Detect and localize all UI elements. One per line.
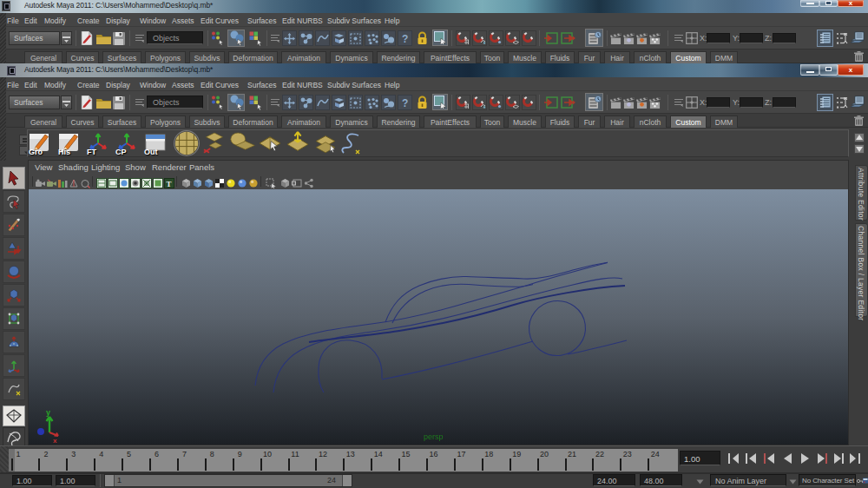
svg-text:?: ? (402, 33, 408, 44)
svg-text:y: y (46, 408, 50, 417)
svg-text:T: T (167, 180, 172, 188)
svg-text:x: x (53, 437, 57, 443)
svg-text:?: ? (402, 97, 408, 109)
